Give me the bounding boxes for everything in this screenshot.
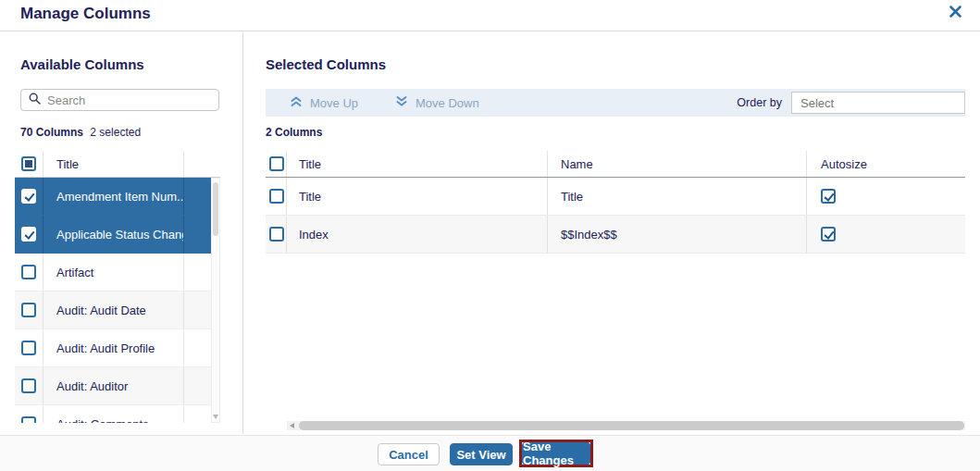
selected-columns-table: Title Name Autosize Title Title Index $$…	[266, 151, 965, 254]
manage-columns-dialog: Manage Columns Available Columns 70 Colu…	[0, 0, 980, 471]
scrollbar-left-arrow-icon[interactable]	[290, 423, 294, 428]
list-item[interactable]: Audit: Audit Date	[15, 291, 220, 329]
table-row[interactable]: Title Title	[266, 178, 965, 216]
table-header-row: Title Name Autosize	[266, 151, 965, 178]
list-item-label: Audit: Audit Date	[43, 291, 184, 328]
vertical-scrollbar-thumb[interactable]	[213, 182, 218, 236]
double-chevron-up-icon	[290, 95, 303, 110]
move-down-label: Move Down	[416, 96, 479, 110]
item-checkbox[interactable]	[21, 341, 36, 355]
available-list-header: Title	[15, 151, 220, 178]
search-input[interactable]	[47, 93, 205, 107]
row-name: $$Index$$	[548, 216, 807, 253]
close-icon	[949, 5, 962, 22]
list-item[interactable]: Audit: Auditor	[15, 367, 220, 405]
set-view-button[interactable]: Set View	[450, 443, 513, 465]
table-row[interactable]: Index $$Index$$	[266, 216, 965, 254]
available-count-selected: 2 selected	[90, 126, 141, 139]
select-all-checkbox[interactable]	[21, 156, 36, 171]
page-title: Manage Columns	[20, 5, 151, 23]
list-item-label: Applicable Status Chang...	[43, 216, 184, 253]
row-title: Title	[287, 178, 548, 215]
order-by-value: Select	[800, 96, 834, 110]
panel-divider	[242, 31, 243, 434]
item-checkbox[interactable]	[21, 303, 36, 317]
list-item-label: Audit: Comments	[43, 405, 184, 423]
list-item-label: Audit: Audit Profile	[43, 329, 184, 366]
double-chevron-down-icon	[395, 95, 408, 110]
list-item[interactable]: Artifact	[15, 254, 220, 291]
table-header-name: Name	[548, 151, 807, 177]
available-columns-list: Title Amendment Item Num... Applicable S…	[15, 151, 220, 423]
row-checkbox[interactable]	[269, 227, 284, 242]
autosize-checkbox[interactable]	[821, 189, 836, 204]
selected-columns-heading: Selected Columns	[266, 56, 386, 72]
list-item[interactable]: Applicable Status Chang...	[15, 216, 220, 254]
order-by-select[interactable]: Select	[791, 92, 965, 114]
save-changes-highlight: Save Changes	[519, 440, 593, 467]
available-count: 70 Columns 2 selected	[20, 126, 141, 139]
item-checkbox[interactable]	[21, 227, 36, 242]
move-down-button[interactable]: Move Down	[395, 95, 479, 110]
horizontal-scrollbar[interactable]	[287, 421, 965, 430]
available-count-total: 70 Columns	[20, 126, 83, 139]
move-up-button[interactable]: Move Up	[290, 95, 358, 110]
footer-bar: Cancel Set View Save Changes	[0, 435, 980, 471]
search-box[interactable]	[20, 89, 219, 111]
item-checkbox[interactable]	[21, 416, 36, 423]
autosize-checkbox[interactable]	[821, 227, 836, 242]
item-checkbox[interactable]	[21, 265, 36, 279]
move-up-label: Move Up	[310, 96, 358, 110]
title-divider	[0, 31, 980, 31]
vertical-scrollbar[interactable]	[211, 178, 220, 423]
table-header-title: Title	[287, 151, 548, 177]
row-title: Index	[287, 216, 548, 253]
available-header-label: Title	[43, 151, 184, 177]
cancel-button[interactable]: Cancel	[378, 443, 440, 465]
table-header-autosize: Autosize	[807, 151, 965, 177]
list-item[interactable]: Audit: Comments	[15, 405, 220, 423]
order-by-label: Order by	[737, 96, 782, 109]
save-changes-button[interactable]: Save Changes	[522, 442, 590, 465]
search-icon	[29, 92, 41, 108]
list-item[interactable]: Amendment Item Num...	[15, 178, 220, 216]
horizontal-scrollbar-thumb[interactable]	[299, 421, 964, 430]
close-button[interactable]	[944, 2, 966, 24]
scrollbar-down-arrow-icon[interactable]	[213, 415, 218, 419]
table-select-all-checkbox[interactable]	[269, 156, 284, 171]
list-item-label: Audit: Auditor	[43, 367, 184, 404]
list-item-label: Artifact	[43, 254, 184, 291]
item-checkbox[interactable]	[21, 378, 36, 393]
row-name: Title	[548, 178, 807, 215]
selected-count: 2 Columns	[266, 126, 322, 139]
available-columns-heading: Available Columns	[20, 56, 144, 72]
item-checkbox[interactable]	[21, 189, 36, 204]
selected-columns-toolbar: Move Up Move Down Order by Select	[266, 89, 965, 117]
row-checkbox[interactable]	[269, 189, 284, 204]
list-item-label: Amendment Item Num...	[43, 178, 184, 215]
list-item[interactable]: Audit: Audit Profile	[15, 329, 220, 367]
